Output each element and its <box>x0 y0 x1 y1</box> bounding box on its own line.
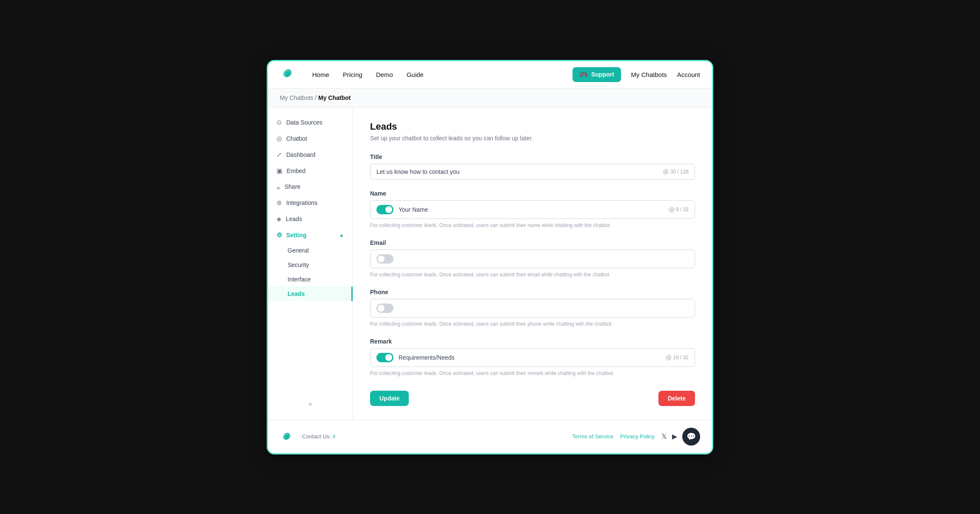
sidebar-sub-security[interactable]: Security <box>268 258 353 272</box>
chat-bubble-button[interactable]: 💬 <box>682 428 700 446</box>
nav-links: Home Pricing Demo Guide <box>312 71 573 78</box>
remark-label: Remark <box>370 338 695 345</box>
remark-field-value: Requirements/Needs <box>399 354 665 361</box>
footer-contact: Contact Us: # <box>302 433 336 440</box>
sidebar-sub-leads[interactable]: Leads <box>268 287 353 301</box>
nav-demo[interactable]: Demo <box>376 71 393 78</box>
footer-social: 𝕏 ▶ 💬 <box>661 428 700 446</box>
phone-field-row <box>370 299 695 318</box>
phone-description: For collecting customer leads. Once acti… <box>370 320 695 328</box>
button-row: Update Delete <box>370 391 695 406</box>
dashboard-icon: ⤢ <box>276 151 282 159</box>
name-section: Name Your Name ⚪ 9 / 32 For collecting c… <box>370 190 695 229</box>
footer-logo <box>280 430 293 443</box>
remark-char-count: ⚪ 18 / 32 <box>665 355 689 361</box>
name-field-value: Your Name <box>399 206 668 213</box>
page-title: Leads <box>370 121 695 132</box>
chatbot-icon: ◎ <box>276 135 282 142</box>
footer-links: Terms of Service Privacy Policy <box>572 433 655 440</box>
integrations-icon: ⊛ <box>276 199 282 207</box>
title-label: Title <box>370 153 695 160</box>
breadcrumb: My Chatbots / My Chatbot <box>268 88 712 108</box>
title-char-count: ⚪ 30 / 128 <box>662 169 689 175</box>
nav-home[interactable]: Home <box>312 71 329 78</box>
breadcrumb-parent[interactable]: My Chatbots <box>280 94 313 101</box>
phone-label: Phone <box>370 289 695 295</box>
email-field-row <box>370 250 695 268</box>
page-subtitle: Set up your chatbot to collect leads so … <box>370 135 695 142</box>
leads-icon: ◈ <box>276 215 282 223</box>
name-char-count: ⚪ 9 / 32 <box>668 207 689 213</box>
twitter-icon[interactable]: 𝕏 <box>661 432 667 440</box>
embed-icon: ▣ <box>276 167 282 175</box>
sidebar-sub-menu: General Security Interface Leads <box>268 243 353 301</box>
remark-toggle-slider <box>376 353 393 362</box>
name-description: For collecting customer leads. Once acti… <box>370 222 695 229</box>
share-icon: ⟁ <box>276 183 280 190</box>
setting-icon: ⚙ <box>276 231 282 239</box>
sidebar-item-setting[interactable]: ⚙ Setting ▲ <box>268 227 353 243</box>
phone-toggle-slider <box>376 304 393 313</box>
discord-icon: 🎮 <box>579 71 588 79</box>
remark-section: Remark Requirements/Needs ⚪ 18 / 32 For … <box>370 338 695 377</box>
sidebar-item-dashboard[interactable]: ⤢ Dashboard <box>268 147 353 163</box>
sidebar-item-embed[interactable]: ▣ Embed <box>268 163 353 179</box>
my-chatbots-link[interactable]: My Chatbots <box>631 71 667 78</box>
email-description: For collecting customer leads. Once acti… <box>370 271 695 278</box>
footer-email[interactable]: # <box>333 433 336 440</box>
email-toggle[interactable] <box>376 254 393 264</box>
remark-description: For collecting customer leads. Once acti… <box>370 369 695 377</box>
terms-link[interactable]: Terms of Service <box>572 433 613 440</box>
phone-toggle[interactable] <box>376 304 393 313</box>
navbar-right: 🎮 Support My Chatbots Account <box>573 67 700 82</box>
sidebar-item-data-sources[interactable]: ⊙ Data Sources <box>268 114 353 131</box>
name-toggle-slider <box>376 205 393 214</box>
phone-section: Phone For collecting customer leads. Onc… <box>370 289 695 328</box>
name-toggle[interactable] <box>376 205 393 214</box>
footer: Contact Us: # Terms of Service Privacy P… <box>268 420 712 453</box>
title-section: Title ⚪ 30 / 128 <box>370 153 695 180</box>
privacy-link[interactable]: Privacy Policy <box>620 433 655 440</box>
email-toggle-slider <box>376 254 393 264</box>
main-layout: ⊙ Data Sources ◎ Chatbot ⤢ Dashboard ▣ E… <box>268 108 712 420</box>
sidebar-item-share[interactable]: ⟁ Share <box>268 179 353 195</box>
delete-button[interactable]: Delete <box>658 391 695 406</box>
name-label: Name <box>370 190 695 197</box>
main-content: Leads Set up your chatbot to collect lea… <box>353 108 712 420</box>
nav-guide[interactable]: Guide <box>407 71 424 78</box>
navbar: Home Pricing Demo Guide 🎮 Support My Cha… <box>268 61 712 88</box>
breadcrumb-current: My Chatbot <box>318 94 350 101</box>
nav-pricing[interactable]: Pricing <box>343 71 362 78</box>
sidebar-item-integrations[interactable]: ⊛ Integrations <box>268 195 353 211</box>
footer-left: Contact Us: # <box>280 430 336 443</box>
sidebar-item-chatbot[interactable]: ◎ Chatbot <box>268 131 353 147</box>
title-input-row: ⚪ 30 / 128 <box>370 164 695 180</box>
support-button[interactable]: 🎮 Support <box>573 67 621 82</box>
youtube-icon[interactable]: ▶ <box>672 432 677 440</box>
sidebar: ⊙ Data Sources ◎ Chatbot ⤢ Dashboard ▣ E… <box>268 108 353 420</box>
remark-field-row: Requirements/Needs ⚪ 18 / 32 <box>370 348 695 367</box>
logo[interactable] <box>280 66 295 83</box>
remark-toggle[interactable] <box>376 353 393 362</box>
sidebar-item-leads[interactable]: ◈ Leads <box>268 211 353 227</box>
name-field-row: Your Name ⚪ 9 / 32 <box>370 200 695 219</box>
sidebar-collapse-button[interactable]: « <box>268 395 353 413</box>
chat-icon: 💬 <box>687 432 696 441</box>
update-button[interactable]: Update <box>370 391 409 406</box>
footer-right: Terms of Service Privacy Policy 𝕏 ▶ 💬 <box>572 428 700 446</box>
sidebar-sub-interface[interactable]: Interface <box>268 272 353 287</box>
data-sources-icon: ⊙ <box>276 119 282 126</box>
sidebar-sub-general[interactable]: General <box>268 243 353 258</box>
title-input[interactable] <box>376 168 662 175</box>
account-link[interactable]: Account <box>677 71 700 78</box>
email-label: Email <box>370 239 695 246</box>
email-section: Email For collecting customer leads. Onc… <box>370 239 695 278</box>
chevron-up-icon: ▲ <box>339 232 344 238</box>
